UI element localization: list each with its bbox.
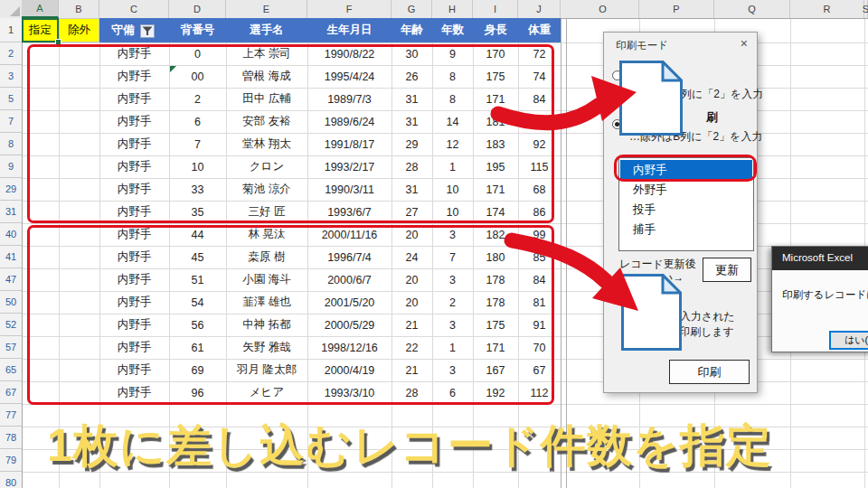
msgbox-message: 印刷するレコードは 16人 bbox=[782, 288, 868, 302]
msgbox-dialog: Microsoft Excel 印刷するレコードは 16人 はい( bbox=[771, 246, 868, 352]
update-note-line1: レコード更新後 bbox=[619, 257, 696, 272]
column-header-S[interactable]: S bbox=[864, 0, 868, 18]
page-icon-top bbox=[619, 61, 683, 136]
row-header-50[interactable]: 50 bbox=[0, 291, 22, 314]
list-item-2[interactable]: 外野手 bbox=[620, 180, 752, 200]
row-header-31[interactable]: 31 bbox=[0, 201, 22, 223]
column-header-H[interactable]: H bbox=[432, 0, 473, 18]
row-header-8[interactable]: 8 bbox=[0, 133, 22, 155]
row-header-79[interactable]: 79 bbox=[0, 449, 22, 472]
row-header-47[interactable]: 47 bbox=[0, 268, 22, 291]
row-header-3[interactable]: 3 bbox=[0, 65, 22, 88]
column-header-A[interactable]: A bbox=[22, 0, 59, 18]
header-taiju[interactable]: 体重 bbox=[518, 18, 561, 42]
row-header-67[interactable]: 67 bbox=[0, 381, 22, 404]
row-header-7[interactable]: 7 bbox=[0, 110, 22, 133]
row-header-78[interactable]: 78 bbox=[0, 427, 22, 449]
record-group1-outline bbox=[27, 44, 554, 223]
column-header-B[interactable]: B bbox=[59, 0, 99, 18]
header-shincho[interactable]: 身長 bbox=[473, 18, 518, 42]
yes-button[interactable]: はい( bbox=[829, 331, 868, 350]
header-nensu[interactable]: 年数 bbox=[432, 18, 473, 42]
radio2-label-fragment: 刷 bbox=[706, 109, 718, 126]
selected-item-red-ring bbox=[614, 155, 757, 182]
row-header-77[interactable]: 77 bbox=[0, 404, 22, 427]
row-header-2[interactable]: 2 bbox=[0, 42, 22, 65]
row-header-57[interactable]: 57 bbox=[0, 336, 22, 359]
row-header-65[interactable]: 65 bbox=[0, 359, 22, 381]
column-header-C[interactable]: C bbox=[99, 0, 169, 18]
row-header-5[interactable]: 5 bbox=[0, 88, 22, 110]
row-header-52[interactable]: 52 bbox=[0, 314, 22, 336]
header-sebango[interactable]: 背番号 bbox=[169, 18, 226, 42]
radio1-label-fragment: 列に「2」を入力 bbox=[681, 87, 763, 102]
dialog-title: 印刷モード bbox=[616, 39, 668, 52]
list-item-4[interactable]: 捕手 bbox=[620, 220, 752, 239]
column-header-G[interactable]: G bbox=[392, 0, 432, 18]
column-header-Q[interactable]: Q bbox=[714, 0, 790, 18]
column-header-F[interactable]: F bbox=[307, 0, 392, 18]
page-icon-bottom bbox=[621, 274, 682, 351]
select-all-triangle bbox=[10, 6, 20, 16]
print-mode-dialog: 印刷モード × 列に「2」を入力 刷 …除外はB列に「2」を入力 内野手外野手投… bbox=[603, 32, 758, 393]
column-header-O[interactable]: O bbox=[567, 0, 639, 18]
column-header-J[interactable]: J bbox=[518, 0, 561, 18]
record-group2-outline bbox=[27, 225, 554, 405]
row-header-1[interactable]: 1 bbox=[0, 18, 22, 42]
column-header-R[interactable]: R bbox=[790, 0, 864, 18]
caption-text: 1枚に差し込むレコード件数を指定 bbox=[47, 416, 772, 476]
header-senshumei[interactable]: 選手名 bbox=[226, 18, 307, 42]
header-seinengappi[interactable]: 生年月日 bbox=[307, 18, 392, 42]
row-header-29[interactable]: 29 bbox=[0, 178, 22, 201]
column-header-P[interactable]: P bbox=[639, 0, 714, 18]
row-header-40[interactable]: 40 bbox=[0, 223, 22, 246]
excel-window: ABCDEFGHIJOPQRS2内野手0上本 崇司1990/8/22309170… bbox=[0, 0, 868, 488]
select-all-corner[interactable] bbox=[0, 0, 23, 18]
list-item-3[interactable]: 投手 bbox=[620, 200, 752, 220]
print-note-fragment2: 印刷します bbox=[679, 324, 734, 340]
row-header-9[interactable]: 9 bbox=[0, 155, 22, 178]
close-icon[interactable]: × bbox=[741, 36, 748, 51]
column-header-D[interactable]: D bbox=[169, 0, 226, 18]
column-header-E[interactable]: E bbox=[226, 0, 307, 18]
print-button[interactable]: 印刷 bbox=[669, 360, 750, 384]
cell-B1-jogai[interactable]: 除外 bbox=[59, 18, 99, 42]
filter-applied-icon[interactable] bbox=[140, 24, 155, 38]
cell-A1-shitei[interactable]: 指定 bbox=[22, 18, 59, 42]
row-header-80[interactable]: 80 bbox=[0, 472, 22, 488]
column-header-I[interactable]: I bbox=[473, 0, 518, 18]
print-note-fragment1: 入力された bbox=[680, 309, 735, 324]
msgbox-title: Microsoft Excel bbox=[782, 252, 853, 263]
update-button[interactable]: 更新 bbox=[703, 258, 751, 282]
header-nenrei[interactable]: 年齢 bbox=[392, 18, 432, 42]
funnel-icon bbox=[142, 26, 153, 36]
row-header-41[interactable]: 41 bbox=[0, 246, 22, 268]
